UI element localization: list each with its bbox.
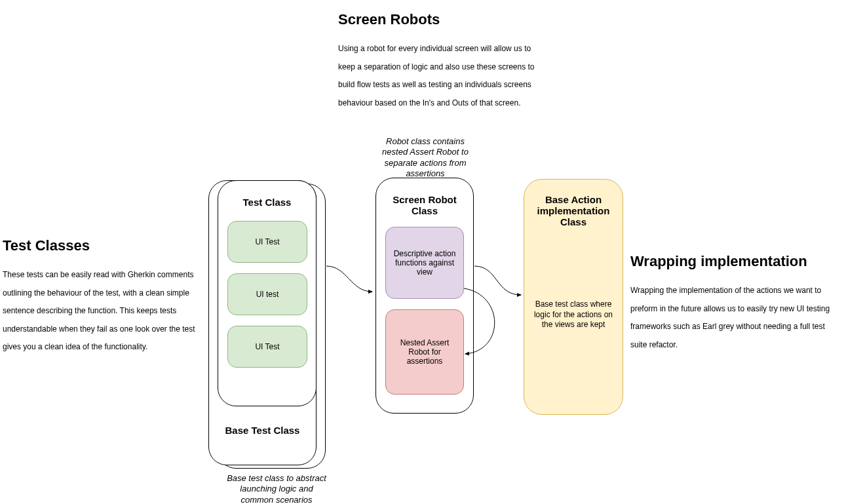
nested-assert-pill: Nested Assert Robot for assertions: [385, 309, 464, 395]
ui-test-label: UI Test: [255, 342, 279, 351]
descriptive-action-label: Descriptive action functions against vie…: [390, 249, 459, 277]
test-class-card: Test Class UI Test UI test UI Test: [218, 180, 317, 406]
ui-test-label: UI Test: [255, 237, 279, 246]
wrapping-body: Wrapping the implementation of the actio…: [630, 282, 840, 354]
base-action-card: Base Action implementation Class Base te…: [524, 179, 623, 415]
test-classes-block: Test Classes These tests can be easily r…: [3, 237, 206, 357]
ui-test-pill-1: UI Test: [227, 221, 307, 263]
robot-class-note: Robot class contains nested Assert Robot…: [377, 136, 473, 179]
wrapping-title: Wrapping implementation: [630, 253, 840, 270]
base-action-title: Base Action implementation Class: [532, 194, 615, 227]
test-classes-body: These tests can be easily read with Gher…: [3, 266, 206, 357]
screen-robots-body: Using a robot for every individual scree…: [338, 40, 541, 112]
wrapping-block: Wrapping implementation Wrapping the imp…: [630, 253, 840, 354]
screen-robots-block: Screen Robots Using a robot for every in…: [338, 11, 541, 112]
base-test-class-note: Base test class to abstract launching lo…: [227, 473, 326, 504]
screen-robots-title: Screen Robots: [338, 11, 541, 28]
ui-test-label: UI test: [256, 290, 279, 299]
base-test-class-title: Base Test Class: [218, 425, 307, 436]
nested-assert-label: Nested Assert Robot for assertions: [390, 338, 459, 366]
test-class-card-title: Test Class: [227, 197, 307, 208]
descriptive-action-pill: Descriptive action functions against vie…: [385, 227, 464, 299]
arrow-robot-to-action: [474, 266, 521, 295]
screen-robot-title: Screen Robot Class: [385, 194, 464, 216]
screen-robot-card: Screen Robot Class Descriptive action fu…: [375, 178, 474, 414]
base-action-body: Base test class where logic for the acti…: [532, 300, 615, 330]
base-test-class-card: Test Class UI Test UI test UI Test Base …: [208, 180, 317, 465]
ui-test-pill-2: UI test: [227, 273, 307, 315]
ui-test-pill-3: UI Test: [227, 326, 307, 368]
arrow-test-to-robot: [326, 266, 372, 292]
test-classes-title: Test Classes: [3, 237, 206, 254]
